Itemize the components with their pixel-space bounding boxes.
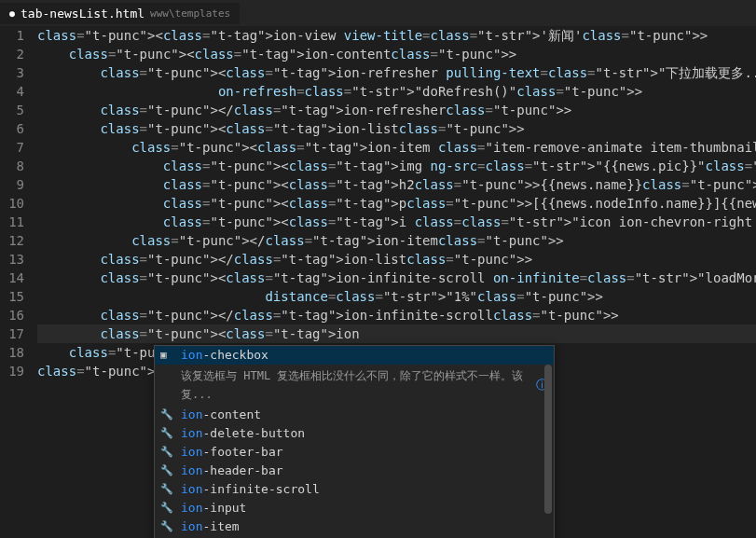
- suggest-rest: -header-bar: [202, 462, 282, 480]
- wrench-icon: 🔧: [160, 406, 175, 424]
- suggest-scrollbar[interactable]: [544, 365, 552, 514]
- suggest-match: ion: [181, 499, 202, 517]
- code-line[interactable]: distance=class="t-str">"1%"class="t-punc…: [37, 287, 756, 306]
- suggest-doc-text: 该复选框与 HTML 复选框相比没什么不同，除了它的样式不一样。该复...: [181, 366, 530, 404]
- wrench-icon: 🔧: [160, 424, 175, 443]
- suggest-item[interactable]: 🔧ion-item: [155, 517, 554, 536]
- suggest-item[interactable]: 🔧ion-content: [155, 406, 554, 424]
- wrench-icon: 🔧: [160, 480, 175, 499]
- wrench-icon: 🔧: [160, 499, 175, 517]
- suggest-item[interactable]: 🔧ion-input: [155, 499, 554, 517]
- code-line[interactable]: class="t-punc"><class="t-tag">ion-conten…: [37, 45, 756, 63]
- code-line[interactable]: class="t-punc"><class="t-tag">ion-view v…: [37, 26, 756, 45]
- suggest-rest: -content: [202, 406, 261, 424]
- suggest-doc: 该复选框与 HTML 复选框相比没什么不同，除了它的样式不一样。该复...ⓘ: [155, 365, 554, 406]
- code-line[interactable]: class="t-punc"></class="t-tag">ion-infin…: [37, 306, 756, 324]
- code-line[interactable]: class="t-punc"></class="t-tag">ion-listc…: [37, 250, 756, 269]
- suggest-match: ion: [181, 406, 202, 424]
- code-line[interactable]: class="t-punc"><class="t-tag">pclass="t-…: [37, 194, 756, 213]
- code-line[interactable]: class="t-punc"><class="t-tag">ion: [37, 324, 756, 343]
- code-line[interactable]: class="t-punc"><class="t-tag">ion-item c…: [37, 138, 756, 157]
- code-line[interactable]: class="t-punc"><class="t-tag">ion-refres…: [37, 63, 756, 82]
- code-line[interactable]: class="t-punc"><class="t-tag">img ng-src…: [37, 157, 756, 175]
- editor: ● tab-newsList.html www\templates 123456…: [0, 0, 756, 538]
- suggest-match: ion: [181, 462, 202, 480]
- wrench-icon: 🔧: [160, 462, 175, 480]
- code-line[interactable]: class="t-punc"><class="t-tag">ion-listcl…: [37, 119, 756, 138]
- tab-path: www\templates: [150, 7, 230, 20]
- line-number-gutter: 12345678910111213141516171819: [0, 26, 37, 538]
- code-line[interactable]: class="t-punc"></class="t-tag">ion-itemc…: [37, 231, 756, 250]
- suggest-rest: -input: [202, 499, 246, 517]
- code-line[interactable]: class="t-punc"><class="t-tag">h2class="t…: [37, 175, 756, 194]
- suggest-rest: -checkbox: [202, 346, 268, 365]
- suggest-item[interactable]: 🔧ion-infinite-scroll: [155, 480, 554, 499]
- suggest-item[interactable]: ▣ion-checkbox: [155, 346, 554, 365]
- suggest-match: ion: [181, 517, 202, 536]
- tab-filename: tab-newsList.html: [21, 7, 144, 21]
- code-area[interactable]: 12345678910111213141516171819 class="t-p…: [0, 26, 756, 538]
- autocomplete-popup: ▣ion-checkbox该复选框与 HTML 复选框相比没什么不同，除了它的样…: [154, 345, 555, 538]
- tab-bar: ● tab-newsList.html www\templates: [0, 0, 756, 26]
- suggest-rest: -delete-button: [202, 424, 305, 443]
- suggest-match: ion: [181, 443, 202, 462]
- suggest-match: ion: [181, 346, 202, 365]
- snippet-icon: ▣: [160, 346, 175, 365]
- suggest-rest: -footer-bar: [202, 443, 282, 462]
- code-line[interactable]: class="t-punc"></class="t-tag">ion-refre…: [37, 101, 756, 119]
- suggest-item[interactable]: 🔧ion-footer-bar: [155, 443, 554, 462]
- suggest-rest: -item: [202, 517, 239, 536]
- editor-tab[interactable]: ● tab-newsList.html www\templates: [0, 3, 241, 24]
- code-line[interactable]: class="t-punc"><class="t-tag">ion-infini…: [37, 269, 756, 287]
- code-line[interactable]: class="t-punc"><class="t-tag">i class=cl…: [37, 213, 756, 231]
- suggest-item[interactable]: 🔧ion-header-bar: [155, 462, 554, 480]
- code-line[interactable]: on-refresh=class="t-str">"doRefresh()"cl…: [37, 82, 756, 101]
- suggest-item[interactable]: 🔧ion-delete-button: [155, 424, 554, 443]
- suggest-match: ion: [181, 480, 202, 499]
- wrench-icon: 🔧: [160, 443, 175, 462]
- suggest-rest: -infinite-scroll: [202, 480, 319, 499]
- suggest-match: ion: [181, 424, 202, 443]
- wrench-icon: 🔧: [160, 517, 175, 536]
- modified-indicator-icon: ●: [9, 8, 15, 19]
